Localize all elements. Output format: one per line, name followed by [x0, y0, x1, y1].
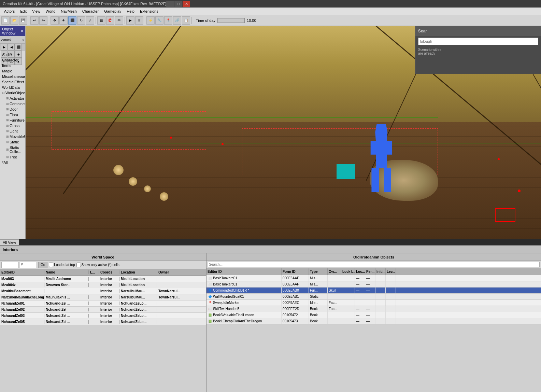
cell-row[interactable]: NchuandZel02 Nchuand-Zel Interior Nchuan… [0, 307, 206, 313]
obj-col-owner[interactable]: Ow... [328, 268, 341, 275]
cell-filter-x[interactable] [1, 262, 18, 268]
cell-filter-y[interactable] [20, 262, 37, 268]
cell-row[interactable]: Mzult04z Dwarven Stor... Interior Mzullt… [0, 282, 206, 288]
menu-view[interactable]: View [29, 9, 43, 14]
tree-flora[interactable]: ⊞ Flora [1, 112, 25, 117]
tree-all[interactable]: *All [1, 160, 25, 165]
cell-row[interactable]: NchuandZel03 Nchuand-Zel ... Interior Nc… [0, 313, 206, 319]
col-header-editorid[interactable]: EditorID [0, 270, 44, 274]
obj-col-editorid[interactable]: Editor ID [207, 268, 282, 275]
col-header-location[interactable]: Location [119, 270, 157, 274]
menu-help[interactable]: Help [124, 9, 137, 14]
toolbar-undo[interactable]: ↩ [30, 16, 39, 25]
obj-row[interactable]: 📗Book1CheapOlalAndTheDragon 00105473 Boo… [207, 318, 541, 324]
tree-activator[interactable]: ⊞ Activator [1, 96, 25, 101]
tree-magic[interactable]: Magic [1, 68, 25, 74]
obj-col-lev[interactable]: Lev... [386, 268, 396, 275]
tree-light[interactable]: ⊞ Light [1, 128, 25, 134]
tree-door[interactable]: ⊞ Door [1, 107, 25, 112]
navmesh-close-icon[interactable]: × [23, 38, 25, 42]
toolbar-open[interactable]: 📂 [10, 16, 18, 25]
menu-actors[interactable]: Actors [1, 9, 17, 14]
navmesh-btn-2[interactable]: ◀ [8, 44, 15, 51]
tree-staticcolle[interactable]: ⊞ Static Colle... [1, 145, 25, 154]
toolbar-render[interactable]: 👁 [115, 16, 123, 25]
toolbar-extra2[interactable]: 🔧 [155, 16, 163, 25]
toolbar-extra5[interactable]: 📋 [182, 16, 190, 25]
loaded-at-top-checkbox[interactable] [49, 263, 53, 267]
toolbar-rotate[interactable]: ↻ [77, 16, 85, 25]
cell-row[interactable]: NchuandZel01 Nchuand-Zel ... Interior Nc… [0, 300, 206, 307]
tree-container[interactable]: ⊞ Container [1, 101, 25, 107]
cell-go-button[interactable]: Go [38, 262, 47, 268]
tree-tree[interactable]: ⊞ Tree [1, 154, 25, 160]
toolbar-snap[interactable]: 🧲 [106, 16, 114, 25]
cell-row[interactable]: Mzult03 Mzullt Aedrome Interior MzulltLo… [0, 276, 206, 282]
obj-row[interactable]: 🔷WallMountedGoat01 000E5AB1 Static — — [207, 294, 541, 300]
toolbar-extra1[interactable]: ⚡ [146, 16, 155, 25]
toolbar-play[interactable]: ▶ [126, 16, 134, 25]
tree-character[interactable]: Character [1, 57, 25, 63]
obj-row[interactable]: ⬜BasicTankard01 000E5AAE Mis... — — [207, 275, 541, 281]
obj-row-selected[interactable]: 👤CommonBedChild01R * 000E5AB0 Fur... Sku… [207, 288, 541, 294]
cell-row[interactable]: NarzulbuMauhulakhsLonghouse Mauhulakh's … [0, 294, 206, 300]
obj-col-loc[interactable]: Loc... [355, 268, 365, 275]
toolbar-extra4[interactable]: 🔗 [173, 16, 181, 25]
maximize-button[interactable]: □ [174, 1, 182, 7]
menu-world[interactable]: World [43, 9, 58, 14]
object-window-close-button[interactable]: × [21, 29, 23, 33]
col-header-owner[interactable]: Owner [157, 270, 184, 274]
toolbar-scale[interactable]: ⤢ [86, 16, 94, 25]
toolbar-redo[interactable]: ↪ [39, 16, 47, 25]
tree-miscellaneous[interactable]: Miscellaneous [1, 74, 25, 79]
navmesh-btn-3[interactable]: ⬛ [15, 44, 22, 51]
show-active-check[interactable]: Show only active (*) cells [76, 263, 119, 267]
obj-col-per[interactable]: Per... [365, 268, 375, 275]
tree-worldobjects[interactable]: ⊟ WorldObjects [1, 90, 25, 96]
toolbar-extra3[interactable]: 📍 [164, 16, 172, 25]
obj-row[interactable]: ⬜BasicTankard01 000E5AAF Mis... — — [207, 281, 541, 288]
toolbar-active-btn[interactable]: ⬛ [68, 16, 76, 25]
expand-icon-4: ⊞ [6, 108, 9, 111]
toolbar-select[interactable]: ✥ [51, 16, 59, 25]
obj-col-type[interactable]: Type [309, 268, 328, 275]
tree-movablesta[interactable]: ⊞ MovableSta... [1, 134, 25, 139]
time-slider[interactable] [217, 18, 245, 23]
menu-gameplay[interactable]: Gameplay [101, 9, 124, 14]
obj-col-ini[interactable]: Initi... [375, 268, 386, 275]
show-active-checkbox[interactable] [76, 263, 81, 267]
navmesh-btn-1[interactable]: ▶ [1, 44, 8, 51]
cell-row[interactable]: NchuandZel05 Nchuand-Zel ... Interior Nc… [0, 319, 206, 325]
tree-furniture[interactable]: ⊞ Furniture [1, 117, 25, 123]
close-button[interactable]: ✕ [183, 1, 190, 7]
toolbar-save[interactable]: 💾 [19, 16, 27, 25]
col-header-name[interactable]: Name [44, 270, 89, 274]
menu-character[interactable]: Character [80, 9, 101, 14]
obj-row[interactable]: 📗Book3ValuableFinalLesson 00105472 Book … [207, 312, 541, 318]
toolbar-pause[interactable]: ⏸ [135, 16, 143, 25]
obj-row[interactable]: 📍SweepIdleMarker 000F9AEC Idle... Fac...… [207, 300, 541, 306]
objects-search-input[interactable] [208, 262, 540, 267]
cell-row[interactable]: MzultbuBasement Interior NarzulbuMau... … [0, 288, 206, 294]
tree-specialeffect[interactable]: SpecialEffect [1, 79, 25, 85]
obj-col-formid[interactable]: Form ID [282, 268, 309, 275]
col-header-l[interactable]: L... [89, 270, 99, 274]
menu-extensions[interactable]: Extensions [137, 9, 161, 14]
menu-edit[interactable]: Edit [17, 9, 29, 14]
toolbar-grid[interactable]: ▦ [97, 16, 105, 25]
tree-worlddata[interactable]: WorldData [1, 85, 25, 90]
obj-col-lockl[interactable]: Lock L... [341, 268, 355, 275]
search-text-input[interactable] [418, 38, 538, 45]
toolbar-new[interactable]: 📄 [1, 16, 10, 25]
minimize-button[interactable]: − [166, 1, 174, 7]
tree-items[interactable]: Items [1, 63, 25, 68]
tree-grass[interactable]: ⊞ Grass [1, 123, 25, 128]
tree-audio[interactable]: Audio [1, 52, 25, 57]
loaded-at-top-check[interactable]: Loaded at top [49, 263, 75, 267]
tree-static[interactable]: ⊞ Static [1, 139, 25, 145]
toolbar-move[interactable]: ✈ [59, 16, 68, 25]
obj-row[interactable]: 📖SkillTwoHanded5 000FEE2D Book Fac... — … [207, 306, 541, 312]
menu-navmesh[interactable]: NavMesh [58, 9, 79, 14]
cell-location: NarzulbuMau... [119, 295, 157, 299]
col-header-coords[interactable]: Coords [99, 270, 119, 274]
